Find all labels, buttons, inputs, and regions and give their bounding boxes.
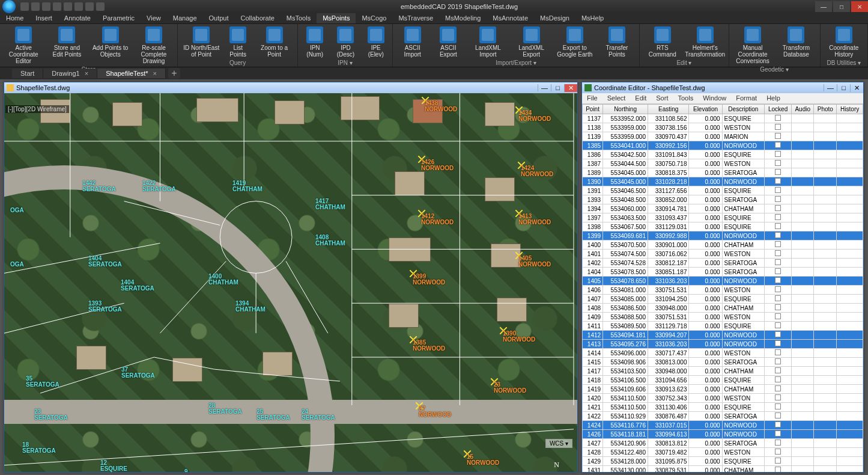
audio-cell[interactable] [792, 231, 814, 241]
ribbon-button[interactable]: LandXML Import [467, 25, 509, 59]
photo-cell[interactable] [814, 322, 837, 331]
history-cell[interactable] [837, 250, 863, 259]
table-row[interactable]: 11375533952.000331108.5620.000ESQUIRE [583, 114, 863, 123]
ribbon-button[interactable]: Transfer Points [597, 25, 637, 59]
ribbon-tab-parametric[interactable]: Parametric [97, 13, 141, 23]
doc-tab[interactable]: Start [12, 69, 43, 78]
photo-cell[interactable] [814, 349, 837, 358]
history-cell[interactable] [837, 331, 863, 340]
ribbon-tab-collaborate[interactable]: Collaborate [235, 13, 281, 23]
audio-cell[interactable] [792, 132, 814, 141]
coord-menu-item[interactable]: Format [731, 93, 762, 103]
locked-checkbox[interactable] [765, 123, 792, 132]
table-row[interactable]: 13875534044.500330750.7180.000WESTON [583, 159, 863, 168]
history-cell[interactable] [837, 340, 863, 349]
ribbon-tab-manage[interactable]: Manage [167, 13, 203, 23]
table-row[interactable]: 14215534110.500331130.4060.000ESQUIRE [583, 403, 863, 412]
table-row[interactable]: 14005534070.500330901.0000.000CHATHAM [583, 241, 863, 250]
history-cell[interactable] [837, 195, 863, 204]
photo-cell[interactable] [814, 241, 837, 250]
table-row[interactable]: 13905534045.000331028.2180.000NORWOOD [583, 177, 863, 186]
locked-checkbox[interactable] [765, 466, 792, 473]
history-cell[interactable] [837, 313, 863, 322]
audio-cell[interactable] [792, 466, 814, 473]
ribbon-tab-mstraverse[interactable]: MsTraverse [392, 13, 439, 23]
table-row[interactable]: 13945534060.000330914.7810.000CHATHAM [583, 204, 863, 213]
locked-checkbox[interactable] [765, 277, 792, 286]
photo-cell[interactable] [814, 222, 837, 231]
audio-cell[interactable] [792, 114, 814, 123]
audio-cell[interactable] [792, 250, 814, 259]
audio-cell[interactable] [792, 367, 814, 376]
table-row[interactable]: 14095534088.500330751.5310.000WESTON [583, 313, 863, 322]
history-cell[interactable] [837, 448, 863, 457]
history-cell[interactable] [837, 286, 863, 295]
table-row[interactable]: 14145534096.000330717.4370.000WESTON [583, 349, 863, 358]
audio-cell[interactable] [792, 376, 814, 385]
photo-cell[interactable] [814, 367, 837, 376]
history-cell[interactable] [837, 358, 863, 367]
grid-column-header[interactable]: Locked [765, 105, 792, 114]
locked-checkbox[interactable] [765, 448, 792, 457]
locked-checkbox[interactable] [765, 159, 792, 168]
locked-checkbox[interactable] [765, 394, 792, 403]
history-cell[interactable] [837, 159, 863, 168]
ribbon-tab-home[interactable]: Home [0, 13, 29, 23]
locked-checkbox[interactable] [765, 114, 792, 123]
photo-cell[interactable] [814, 331, 837, 340]
grid-column-header[interactable]: History [837, 105, 863, 114]
close-tab-icon[interactable]: × [153, 70, 156, 77]
photo-cell[interactable] [814, 123, 837, 132]
minimize-button[interactable]: — [815, 1, 832, 12]
audio-cell[interactable] [792, 439, 814, 448]
ribbon-tab-mshelp[interactable]: MsHelp [575, 13, 610, 23]
audio-cell[interactable] [792, 195, 814, 204]
audio-cell[interactable] [792, 186, 814, 195]
grid-column-header[interactable]: Northing [603, 105, 648, 114]
locked-checkbox[interactable] [765, 457, 792, 466]
locked-checkbox[interactable] [765, 222, 792, 231]
locked-checkbox[interactable] [765, 430, 792, 439]
photo-cell[interactable] [814, 412, 837, 421]
history-cell[interactable] [837, 150, 863, 159]
audio-cell[interactable] [792, 286, 814, 295]
history-cell[interactable] [837, 394, 863, 403]
ribbon-button[interactable]: Active Coordinate Editor [2, 25, 44, 66]
ribbon-tabs[interactable]: HomeInsertAnnotateParametricViewManageOu… [0, 13, 868, 24]
ribbon-button[interactable]: Coordinate History [823, 25, 865, 59]
table-row[interactable]: 14275534120.906330813.8120.000SERATOGA [583, 439, 863, 448]
ribbon-tab-mstools[interactable]: MsTools [281, 13, 317, 23]
photo-cell[interactable] [814, 358, 837, 367]
doc-tab[interactable]: ShapefileTest*× [97, 69, 166, 78]
audio-cell[interactable] [792, 204, 814, 213]
table-row[interactable]: 14045534078.500330851.1870.000SERATOGA [583, 268, 863, 277]
photo-cell[interactable] [814, 466, 837, 473]
history-cell[interactable] [837, 412, 863, 421]
locked-checkbox[interactable] [765, 286, 792, 295]
history-cell[interactable] [837, 367, 863, 376]
table-row[interactable]: 13985534067.500331129.0310.000ESQUIRE [583, 222, 863, 231]
ribbon-tab-mscogo[interactable]: MsCogo [356, 13, 392, 23]
audio-cell[interactable] [792, 141, 814, 150]
photo-cell[interactable] [814, 286, 837, 295]
coord-close-button[interactable]: ✕ [850, 84, 863, 92]
locked-checkbox[interactable] [765, 231, 792, 241]
ribbon-button[interactable]: IPN (Num) [300, 25, 329, 59]
photo-cell[interactable] [814, 439, 837, 448]
photo-cell[interactable] [814, 141, 837, 150]
locked-checkbox[interactable] [765, 385, 792, 394]
photo-cell[interactable] [814, 304, 837, 313]
grid-column-header[interactable]: Audio [792, 105, 814, 114]
photo-cell[interactable] [814, 186, 837, 195]
locked-checkbox[interactable] [765, 322, 792, 331]
grid-column-header[interactable]: Elevation [689, 105, 722, 114]
table-row[interactable]: 14285534122.480330719.4820.000WESTON [583, 448, 863, 457]
table-row[interactable]: 14155534098.906330813.0000.000SERATOGA [583, 358, 863, 367]
history-cell[interactable] [837, 114, 863, 123]
table-row[interactable]: 14205534110.500330752.3430.000WESTON [583, 394, 863, 403]
grid-column-header[interactable]: Point [583, 105, 603, 114]
audio-cell[interactable] [792, 213, 814, 222]
close-button[interactable]: ✕ [851, 1, 868, 12]
ribbon-tab-msdesign[interactable]: MsDesign [534, 13, 575, 23]
wcs-indicator[interactable]: WCS ▾ [545, 439, 572, 448]
